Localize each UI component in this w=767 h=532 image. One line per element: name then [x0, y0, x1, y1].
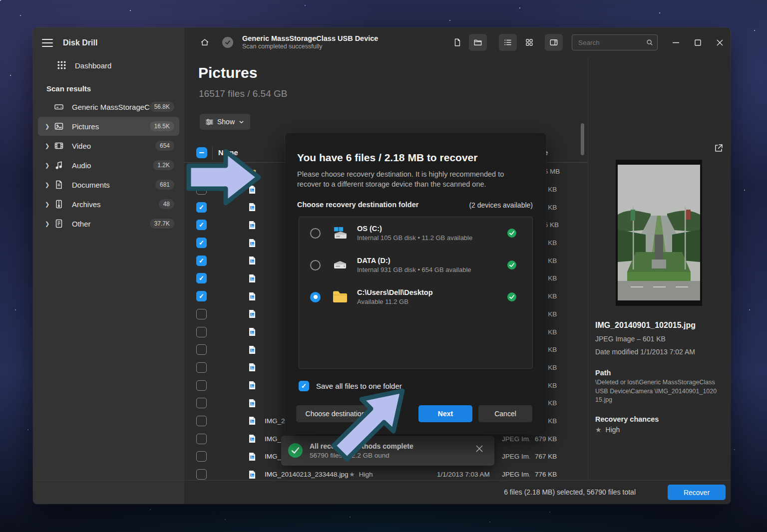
available-check-icon — [507, 229, 516, 238]
star-icon: ★ — [349, 471, 355, 478]
scan-status-text: Scan completed successfully — [242, 43, 378, 51]
close-button[interactable] — [709, 32, 731, 52]
row-checkbox[interactable] — [196, 202, 207, 213]
open-external-icon[interactable] — [714, 143, 725, 154]
preview-panel: IMG_20140901_102015.jpg JPEG Image – 601… — [588, 57, 731, 480]
chevron-right-icon[interactable]: ❯ — [45, 201, 54, 208]
row-checkbox[interactable] — [196, 451, 207, 462]
chevron-right-icon[interactable]: ❯ — [45, 143, 54, 149]
file-type-cell: JPEG Im... — [502, 435, 530, 443]
sidebar-item-label: Archives — [72, 200, 159, 209]
table-row[interactable]: IMG_20140213_233448.jpg ★High 1/1/2013 7… — [184, 466, 588, 480]
scan-results-section-label: Scan results — [33, 76, 184, 97]
maximize-button[interactable] — [687, 32, 709, 52]
show-filter-button[interactable]: Show — [200, 114, 250, 130]
sidebar-item-label: Generic MassStorageCl... — [72, 103, 150, 111]
row-checkbox[interactable] — [196, 344, 207, 355]
preview-filename: IMG_20140901_102015.jpg — [595, 321, 696, 330]
row-checkbox[interactable] — [196, 327, 207, 337]
sidebar-item-dashboard[interactable]: Dashboard — [33, 53, 184, 76]
list-view-icon[interactable] — [499, 34, 517, 51]
hamburger-menu-icon[interactable] — [41, 37, 54, 48]
image-file-icon — [248, 470, 256, 479]
minimize-button[interactable] — [665, 32, 687, 52]
chevron-right-icon[interactable]: ❯ — [45, 162, 54, 169]
search-icon — [646, 39, 653, 46]
save-to-one-folder-checkbox[interactable] — [299, 381, 309, 391]
row-checkbox[interactable] — [196, 434, 207, 444]
destination-option[interactable]: C:\Users\Dell\Desktop Available 11.2 GB — [299, 281, 532, 313]
count-badge: 37.7K — [150, 219, 174, 229]
file-view-icon[interactable] — [450, 35, 465, 50]
image-file-icon — [248, 256, 256, 265]
select-all-checkbox[interactable] — [196, 147, 207, 158]
folder-view-icon[interactable] — [469, 34, 487, 51]
destination-subtitle: Available 11.2 GB — [357, 298, 433, 305]
preview-filetype-size: JPEG Image – 601 KB — [595, 335, 666, 343]
destination-option[interactable]: OS (C:) Internal 105 GB disk • 11.2 GB a… — [299, 217, 532, 249]
choose-destination-label: Choose recovery destination folder — [297, 201, 418, 209]
row-checkbox[interactable] — [196, 416, 207, 426]
sidebar-item[interactable]: ❯ Audio 1.2K — [38, 156, 179, 175]
recovery-chances-header: Recovery chances — [595, 415, 659, 423]
destination-title: DATA (D:) — [357, 257, 471, 265]
cancel-button[interactable]: Cancel — [478, 405, 532, 422]
sidebar-item[interactable]: ❯ Documents 681 — [38, 175, 179, 194]
sidebar-item-label: Pictures — [72, 122, 150, 131]
row-checkbox[interactable] — [196, 220, 207, 230]
file-size-cell: 679 KB — [535, 435, 570, 443]
row-checkbox[interactable] — [196, 309, 207, 319]
file-type-cell: JPEG Im... — [502, 453, 530, 460]
sidebar-item-label: Documents — [72, 181, 155, 189]
grid-view-icon[interactable] — [522, 35, 537, 50]
sidebar-item[interactable]: ❯ Pictures 16.5K — [38, 117, 179, 136]
filter-icon — [206, 118, 213, 126]
sidebar-item[interactable]: ❯ Video 654 — [38, 136, 179, 155]
name-column-header[interactable]: Name — [218, 149, 238, 157]
photo-preview[interactable] — [616, 160, 702, 306]
row-checkbox[interactable] — [196, 398, 207, 408]
scan-status-icon — [222, 37, 233, 48]
file-name: IMG_20140213_233448.jpg — [265, 471, 350, 478]
row-checkbox[interactable] — [196, 273, 207, 283]
chevron-right-icon[interactable]: ❯ — [45, 221, 54, 227]
disk-drill-window: Disk Drill Dashboard Scan results Generi… — [33, 27, 731, 504]
search-input[interactable] — [578, 39, 646, 46]
radio-button[interactable] — [310, 228, 321, 239]
next-button[interactable]: Next — [418, 405, 472, 422]
sidebar-item[interactable]: Generic MassStorageCl... 56.8K — [38, 97, 179, 116]
toast-close-icon[interactable] — [475, 445, 486, 456]
choose-destination-button[interactable]: Choose destination — [296, 405, 375, 422]
available-check-icon — [507, 261, 516, 269]
side-panel-icon[interactable] — [545, 34, 563, 51]
toast-title: All recovery methods complete — [310, 442, 413, 450]
home-icon[interactable] — [197, 35, 212, 50]
destination-option[interactable]: DATA (D:) Internal 931 GB disk • 654 GB … — [299, 249, 532, 281]
recover-button[interactable]: Recover — [668, 485, 726, 500]
sidebar-item-label: Video — [72, 142, 155, 150]
radio-button[interactable] — [310, 292, 321, 302]
video-icon — [54, 141, 65, 151]
scrollbar-thumb[interactable] — [581, 123, 584, 155]
row-checkbox[interactable] — [196, 469, 207, 480]
chevron-right-icon[interactable]: ❯ — [45, 123, 54, 130]
row-checkbox[interactable] — [196, 362, 207, 373]
row-checkbox[interactable] — [196, 184, 207, 195]
row-checkbox[interactable] — [196, 380, 207, 391]
search-box[interactable] — [572, 34, 658, 50]
status-bar: 6 files (2.18 MB) selected, 56790 files … — [33, 480, 731, 504]
recovery-destination-dialog: You have 6 files / 2.18 MB to recover Pl… — [285, 133, 546, 434]
row-checkbox[interactable] — [196, 238, 207, 248]
sidebar-item[interactable]: ❯ Archives 48 — [38, 195, 179, 214]
image-file-icon — [248, 309, 256, 318]
row-checkbox[interactable] — [196, 291, 207, 301]
image-file-icon — [248, 239, 256, 248]
row-checkbox[interactable] — [196, 166, 207, 177]
sidebar-item[interactable]: ❯ Other 37.7K — [38, 214, 179, 233]
row-checkbox[interactable] — [196, 256, 207, 266]
radio-button[interactable] — [310, 260, 321, 270]
file-size-cell: 767 KB — [535, 453, 570, 460]
chevron-right-icon[interactable]: ❯ — [45, 182, 54, 188]
success-check-icon — [288, 443, 303, 458]
save-to-one-folder-option[interactable]: Save all files to one folder — [299, 381, 402, 391]
